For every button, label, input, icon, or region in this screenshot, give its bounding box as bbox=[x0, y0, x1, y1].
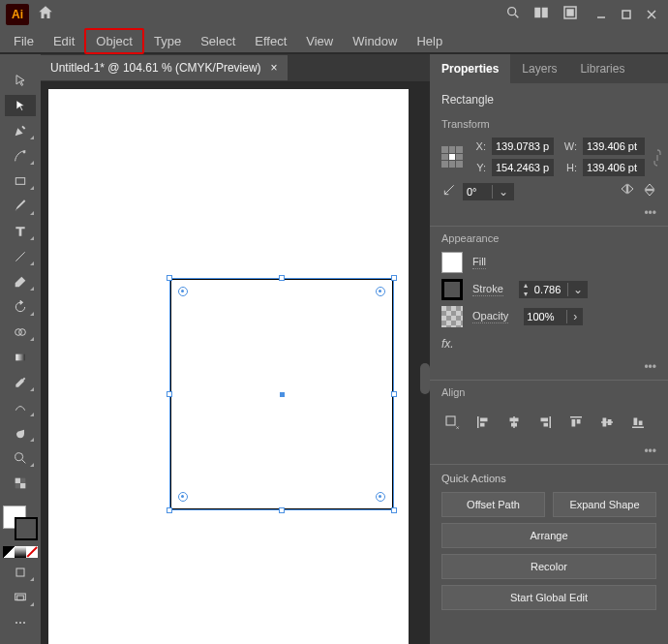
shaper-tool[interactable] bbox=[5, 397, 36, 418]
minimize-button[interactable] bbox=[591, 4, 612, 25]
align-left-icon[interactable] bbox=[472, 412, 494, 433]
close-tab-icon[interactable]: × bbox=[271, 61, 278, 75]
resize-handle-br[interactable] bbox=[391, 507, 397, 513]
arrange-documents-icon[interactable] bbox=[532, 4, 550, 25]
hand-tool[interactable] bbox=[5, 422, 36, 444]
tab-layers[interactable]: Layers bbox=[510, 54, 568, 83]
y-input[interactable] bbox=[492, 159, 554, 176]
stroke-color-swatch[interactable] bbox=[441, 279, 463, 300]
checkerboard-tool[interactable] bbox=[5, 473, 36, 494]
menu-effect[interactable]: Effect bbox=[245, 30, 296, 52]
align-top-icon[interactable] bbox=[565, 412, 587, 433]
direct-selection-tool[interactable] bbox=[5, 95, 36, 116]
zoom-tool[interactable] bbox=[5, 447, 36, 469]
rotate-dropdown[interactable]: ⌄ bbox=[492, 185, 514, 199]
menu-view[interactable]: View bbox=[296, 30, 343, 52]
artboard[interactable] bbox=[48, 89, 409, 644]
draw-mode-tool[interactable] bbox=[5, 562, 36, 583]
offset-path-button[interactable]: Offset Path bbox=[441, 492, 545, 517]
resize-handle-tl[interactable] bbox=[167, 275, 172, 281]
transform-more-options[interactable]: ••• bbox=[441, 206, 656, 220]
resize-handle-tr[interactable] bbox=[391, 275, 397, 281]
corner-widget-tl[interactable] bbox=[178, 287, 188, 296]
flip-vertical-icon[interactable] bbox=[643, 182, 656, 200]
line-segment-tool[interactable] bbox=[5, 246, 36, 267]
align-right-icon[interactable] bbox=[534, 412, 556, 433]
x-input[interactable] bbox=[492, 138, 554, 155]
pen-tool[interactable] bbox=[5, 120, 36, 141]
stroke-weight-input[interactable] bbox=[532, 282, 567, 297]
menu-help[interactable]: Help bbox=[407, 30, 452, 52]
canvas[interactable] bbox=[41, 81, 430, 644]
rotate-input[interactable] bbox=[463, 183, 492, 200]
tab-libraries[interactable]: Libraries bbox=[568, 54, 636, 83]
eraser-tool[interactable] bbox=[5, 271, 36, 292]
menu-window[interactable]: Window bbox=[343, 30, 407, 52]
corner-widget-tr[interactable] bbox=[376, 287, 385, 296]
edit-toolbar[interactable] bbox=[5, 612, 36, 633]
flip-horizontal-icon[interactable] bbox=[620, 182, 635, 200]
stroke-weight-dropdown[interactable]: ⌄ bbox=[567, 283, 588, 296]
link-wh-icon[interactable] bbox=[651, 147, 664, 171]
home-icon[interactable] bbox=[37, 4, 54, 25]
menu-type[interactable]: Type bbox=[144, 30, 191, 52]
opacity-input[interactable] bbox=[524, 308, 566, 325]
resize-handle-bm[interactable] bbox=[279, 507, 285, 513]
stroke-label[interactable]: Stroke bbox=[472, 283, 503, 296]
corner-widget-br[interactable] bbox=[376, 492, 385, 502]
resize-handle-ml[interactable] bbox=[167, 391, 172, 397]
menu-select[interactable]: Select bbox=[191, 30, 245, 52]
rectangle-tool[interactable] bbox=[5, 170, 36, 192]
stroke-weight-stepper[interactable]: ▴▾ bbox=[519, 281, 532, 298]
screen-mode-tool[interactable] bbox=[5, 587, 36, 608]
eyedropper-tool[interactable] bbox=[5, 372, 36, 393]
resize-handle-mr[interactable] bbox=[391, 391, 397, 397]
search-icon[interactable] bbox=[505, 5, 521, 24]
workspace-switcher-icon[interactable] bbox=[562, 4, 579, 25]
corner-widget-bl[interactable] bbox=[178, 492, 188, 502]
fill-label[interactable]: Fill bbox=[472, 256, 486, 269]
align-hcenter-icon[interactable] bbox=[503, 412, 525, 433]
selection-bounding-box[interactable] bbox=[169, 278, 394, 510]
gradient-tool[interactable] bbox=[5, 347, 36, 368]
none-swatch[interactable] bbox=[26, 546, 38, 558]
fill-color-swatch[interactable] bbox=[441, 252, 463, 273]
opacity-swatch[interactable] bbox=[441, 306, 463, 327]
expand-shape-button[interactable]: Expand Shape bbox=[553, 492, 656, 517]
appearance-more-options[interactable]: ••• bbox=[441, 360, 656, 374]
shape-builder-tool[interactable] bbox=[5, 322, 36, 343]
type-tool[interactable] bbox=[5, 221, 36, 242]
curvature-tool[interactable] bbox=[5, 145, 36, 167]
rotate-tool[interactable] bbox=[5, 296, 36, 318]
start-global-edit-button[interactable]: Start Global Edit bbox=[441, 585, 656, 610]
reference-point-widget[interactable] bbox=[441, 146, 463, 168]
tab-properties[interactable]: Properties bbox=[430, 54, 510, 83]
default-fill-stroke[interactable] bbox=[3, 546, 15, 558]
align-to-dropdown[interactable] bbox=[441, 412, 463, 433]
align-more-options[interactable]: ••• bbox=[441, 445, 656, 458]
arrange-button[interactable]: Arrange bbox=[441, 523, 656, 548]
center-point[interactable] bbox=[280, 392, 285, 397]
document-tab[interactable]: Untitled-1* @ 104.61 % (CMYK/Preview) × bbox=[41, 55, 288, 80]
fill-stroke-swatch[interactable] bbox=[3, 506, 38, 540]
fx-button[interactable]: fx. bbox=[441, 333, 656, 354]
menu-edit[interactable]: Edit bbox=[44, 30, 84, 52]
stroke-swatch[interactable] bbox=[15, 517, 38, 540]
resize-handle-bl[interactable] bbox=[167, 507, 172, 513]
menu-object[interactable]: Object bbox=[84, 28, 144, 54]
vertical-scrollbar[interactable] bbox=[420, 363, 430, 394]
align-bottom-icon[interactable] bbox=[627, 412, 649, 433]
menu-file[interactable]: File bbox=[4, 30, 44, 52]
gradient-swatch[interactable] bbox=[15, 546, 26, 558]
selection-tool[interactable] bbox=[5, 70, 36, 91]
align-vcenter-icon[interactable] bbox=[596, 412, 618, 433]
paintbrush-tool[interactable] bbox=[5, 196, 36, 217]
recolor-button[interactable]: Recolor bbox=[441, 554, 656, 579]
h-input[interactable] bbox=[583, 159, 645, 176]
opacity-label[interactable]: Opacity bbox=[472, 310, 508, 323]
opacity-popup[interactable]: › bbox=[566, 310, 583, 323]
maximize-button[interactable] bbox=[616, 4, 637, 25]
close-button[interactable] bbox=[641, 4, 662, 25]
w-input[interactable] bbox=[583, 138, 645, 155]
resize-handle-tm[interactable] bbox=[279, 275, 285, 281]
